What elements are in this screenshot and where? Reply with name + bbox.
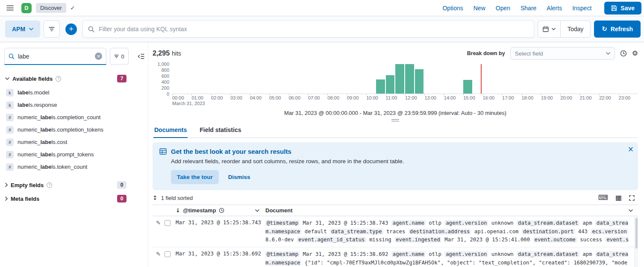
meta-fields-section[interactable]: Meta fields 0 [4, 192, 144, 205]
histogram-plot[interactable] [172, 64, 638, 94]
topbar-link-inspect[interactable]: Inspect [572, 5, 591, 12]
document-cell: @timestamp Mar 31, 2023 @ 15:25:38.743 a… [265, 219, 638, 244]
keyboard-icon: ⌨ [598, 194, 608, 201]
field-item-numeric_labels.token_count[interactable]: #numeric_labels.token_count [4, 161, 144, 173]
sort-fields-icon[interactable]: ↕ [153, 194, 158, 201]
x-axis-tick: 09:00 [347, 95, 359, 100]
keyboard-shortcuts-button[interactable]: ⌨ [598, 194, 608, 201]
data-view-picker[interactable]: APM [5, 21, 40, 38]
field-search-input[interactable] [18, 53, 91, 60]
take-the-tour-button[interactable]: Take the tour [171, 170, 219, 184]
refresh-button[interactable]: ↻ Refresh [594, 21, 641, 38]
field-name-chip: agent.version [444, 220, 488, 226]
sorted-row: ↕ 1 field sorted ⌨ ▦ [153, 191, 638, 205]
histogram-bar[interactable] [386, 75, 395, 94]
table-icon [159, 148, 167, 155]
field-item-labels.model[interactable]: klabels.model [4, 86, 144, 99]
chevron-down-icon [29, 28, 33, 30]
timestamp-cell: Mar 31, 2023 @ 15:25:38.743 [176, 219, 265, 244]
space-avatar[interactable]: D [21, 3, 32, 13]
histogram-bar[interactable] [405, 64, 414, 94]
grid-toolbar-icons: ⌨ ▦ [598, 194, 638, 201]
sorted-fields-label[interactable]: 1 field sorted [161, 195, 193, 201]
kql-search-bar[interactable] [82, 21, 534, 38]
kql-input[interactable] [99, 26, 529, 32]
x-axis-tick: 17:00 [502, 95, 514, 100]
timestamp-column-header[interactable]: ↓ @timestamp [176, 207, 265, 214]
y-axis: 1,0008006004002000 [153, 64, 172, 94]
select-row-checkbox[interactable] [165, 251, 171, 257]
callout-body: Add relevant fields, reorder and sort co… [171, 158, 631, 164]
topbar-link-options[interactable]: Options [442, 5, 463, 12]
breadcrumb[interactable]: Discover [36, 3, 66, 13]
number-field-icon: # [6, 114, 14, 121]
date-picker-button[interactable] [538, 21, 561, 37]
field-item-labels.response[interactable]: klabels.response [4, 99, 144, 111]
callout-title: Get the best look at your search results [171, 148, 291, 155]
topbar-link-alerts[interactable]: Alerts [547, 5, 562, 12]
collapse-sidebar-button[interactable] [137, 53, 144, 59]
gear-icon: ⚙ [632, 50, 638, 57]
field-item-numeric_labels.completion_tokens[interactable]: #numeric_labels.completion_tokens [4, 123, 144, 136]
dismiss-button[interactable]: Dismiss [228, 174, 250, 180]
histogram-bar[interactable] [395, 64, 404, 94]
document-column-label: Document [265, 207, 293, 214]
display-options-button[interactable]: ▦ [615, 194, 622, 201]
callout-actions: Take the tour Dismiss [171, 170, 631, 184]
topbar-link-new[interactable]: New [473, 5, 485, 12]
current-time-marker [481, 64, 482, 94]
x-axis: 00:0001:0002:0003:0004:0005:0006:0007:00… [172, 94, 638, 101]
chart-time-range-caption: Mar 31, 2023 @ 00:00:00.000 - Mar 31, 20… [153, 110, 638, 116]
field-name-chip: ecs.version [591, 229, 628, 235]
search-icon [9, 53, 15, 59]
y-axis-tick: 1,000 [157, 62, 169, 67]
field-name-chip: destination.port [522, 229, 575, 235]
histogram-bar[interactable] [463, 80, 472, 94]
x-axis-tick: 06:00 [289, 95, 301, 100]
field-filter-button[interactable]: 0 [110, 48, 129, 65]
scrollbar-thumb[interactable] [635, 218, 638, 249]
x-axis-tick: 10:00 [366, 95, 378, 100]
save-button[interactable]: Save [604, 2, 641, 15]
filter-button[interactable] [44, 21, 60, 38]
clear-search-button[interactable]: × [95, 53, 102, 60]
add-filter-button[interactable]: + [65, 23, 77, 35]
tour-callout: Get the best look at your search results… [153, 142, 638, 190]
field-name-chip: event.outcome [533, 237, 577, 243]
select-row-checkbox[interactable] [165, 220, 171, 226]
refresh-button-label: Refresh [611, 26, 633, 32]
histogram-bar[interactable] [415, 69, 424, 94]
close-callout-button[interactable]: × [628, 146, 634, 153]
info-icon: ? [47, 182, 52, 188]
chart-history-button[interactable] [620, 50, 627, 57]
field-item-numeric_labels.prompt_tokens[interactable]: #numeric_labels.prompt_tokens [4, 148, 144, 161]
available-fields-section[interactable]: Available fields ? 7 [4, 72, 144, 85]
x-axis-tick: 04:00 [250, 95, 262, 100]
field-item-numeric_labels.cost[interactable]: #numeric_labels.cost [4, 136, 144, 148]
tab-documents[interactable]: Documents [153, 123, 188, 138]
x-axis-tick: 07:00 [308, 95, 320, 100]
field-name-chip: agent.name [391, 251, 426, 257]
field-name: labels.response [18, 102, 57, 108]
date-quick-select[interactable]: Today [561, 21, 590, 37]
meta-fields-label: Meta fields [11, 196, 39, 202]
fullscreen-button[interactable] [629, 195, 635, 201]
chart-settings-button[interactable]: ⚙ [632, 50, 638, 57]
topbar-link-share[interactable]: Share [520, 5, 536, 12]
breakdown-field-select[interactable]: Select field [510, 47, 615, 60]
field-item-numeric_labels.completion_count[interactable]: #numeric_labels.completion_count [4, 111, 144, 123]
field-search[interactable]: × [4, 48, 106, 65]
field-name-chip: @timestamp [265, 251, 300, 257]
topbar-link-open[interactable]: Open [496, 5, 510, 12]
pencil-icon[interactable]: ✎ [156, 220, 161, 226]
document-column-header[interactable]: Document [265, 207, 638, 214]
grid-scrollbar[interactable] [634, 217, 638, 267]
empty-fields-section[interactable]: Empty fields ? 0 [4, 178, 144, 192]
field-name-chip: event.agent_id_status [297, 237, 366, 243]
tab-field-statistics[interactable]: Field statistics [199, 123, 242, 138]
pencil-icon[interactable]: ✎ [156, 251, 161, 257]
menu-button[interactable] [3, 1, 17, 15]
chart-resize-handle[interactable] [391, 119, 399, 121]
histogram-bar[interactable] [376, 79, 385, 94]
fullscreen-icon [629, 195, 635, 201]
